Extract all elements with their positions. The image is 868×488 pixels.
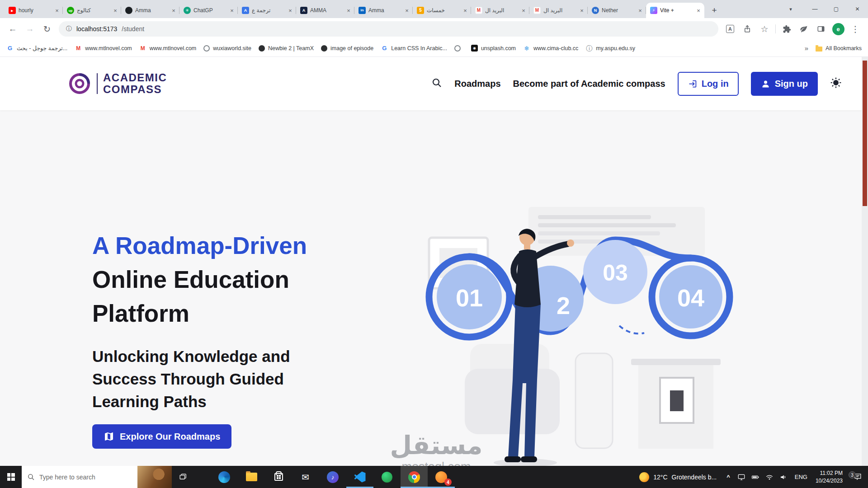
nav-roadmaps-link[interactable]: Roadmaps — [454, 79, 500, 89]
nav-become-link[interactable]: Become part of Academic compass — [513, 79, 665, 89]
tab-close-icon[interactable]: × — [637, 7, 644, 14]
tab-gmail-2[interactable]: M البريد ال × — [529, 3, 588, 18]
monitor-tray-icon[interactable] — [737, 473, 745, 481]
site-info-icon[interactable]: ⓘ — [66, 25, 72, 33]
chrome-app-button[interactable] — [401, 466, 428, 488]
tab-nether[interactable]: N Nether × — [588, 3, 646, 18]
taskbar-search[interactable]: Type here to search — [22, 466, 172, 488]
bookmark-wuxiaworld[interactable]: wuxiaworld.site — [203, 45, 251, 52]
action-center-button[interactable]: 3 — [847, 473, 868, 481]
tab-close-icon[interactable]: × — [170, 7, 177, 14]
media-app-button[interactable]: ♪ — [319, 466, 346, 488]
mail-app-button[interactable]: ✉ — [292, 466, 319, 488]
edge-app-button[interactable] — [211, 466, 238, 488]
bookmark-star-icon[interactable]: ☆ — [756, 21, 773, 37]
tab-chatgpt[interactable]: ✳ ChatGP × — [179, 3, 238, 18]
window-minimize-button[interactable]: — — [804, 0, 826, 18]
wifi-tray-icon[interactable] — [765, 473, 774, 481]
back-icon[interactable]: ← — [5, 21, 21, 37]
tab-github-amma[interactable]: Amma × — [121, 3, 179, 18]
tab-hourly[interactable]: ▶ hourly × — [5, 3, 63, 18]
music-icon: ♪ — [327, 471, 339, 483]
bookmark-google-translate[interactable]: Gترجمة جوجل - بحث... — [6, 45, 67, 52]
volume-tray-icon[interactable] — [779, 473, 788, 481]
bookmark-unnamed-globe[interactable] — [454, 45, 464, 52]
globe-favicon — [203, 45, 210, 52]
taskbar-clock[interactable]: 11:02 PM 10/24/2023 — [811, 469, 847, 485]
orange-app-button[interactable]: 4 — [428, 466, 455, 488]
browser-menu-kebab-icon[interactable]: ⋮ — [847, 21, 863, 37]
tab-close-icon[interactable]: × — [112, 7, 119, 14]
m-favicon: M — [75, 45, 82, 52]
folder-icon — [816, 47, 822, 52]
vscode-icon — [354, 471, 366, 483]
tab-close-icon[interactable]: × — [695, 7, 702, 14]
window-close-button[interactable]: ✕ — [847, 0, 868, 18]
search-highlight-image[interactable] — [137, 466, 172, 488]
bookmark-newbie-teamx[interactable]: Newbie 2 | TeamX — [259, 45, 314, 52]
bookmark-mtlnovel-1[interactable]: Mwww.mtlnovel.com — [75, 45, 132, 52]
language-indicator[interactable]: ENG — [791, 474, 811, 480]
tab-amma-site[interactable]: A AMMA × — [296, 3, 354, 18]
tab-gmail-1[interactable]: M البريد ال × — [471, 3, 529, 18]
window-maximize-button[interactable]: ▢ — [826, 0, 847, 18]
tray-expand-chevron[interactable]: ^ — [723, 474, 734, 480]
tab-close-icon[interactable]: × — [228, 7, 236, 14]
bookmark-learn-css-arabic[interactable]: GLearn CSS In Arabic... — [381, 45, 447, 52]
weather-widget[interactable]: 12°C Grotendeels b... — [633, 472, 723, 482]
login-button[interactable]: Log in — [678, 72, 739, 96]
greenshot-app-button[interactable] — [373, 466, 401, 488]
forward-icon[interactable]: → — [22, 21, 38, 37]
bookmark-image-of-episode[interactable]: image of episode — [321, 45, 373, 52]
tab-khamsat[interactable]: 5 خمسات × — [413, 3, 471, 18]
address-bar[interactable]: ⓘ localhost:5173/student — [59, 21, 718, 37]
extensions-puzzle-icon[interactable] — [778, 21, 795, 37]
task-view-button[interactable] — [172, 466, 193, 488]
all-bookmarks-button[interactable]: All Bookmarks — [816, 45, 862, 52]
tab-close-icon[interactable]: × — [53, 7, 61, 14]
youtube-favicon: ▶ — [9, 7, 16, 14]
clock-date: 10/24/2023 — [816, 477, 843, 485]
tab-close-icon[interactable]: × — [403, 7, 410, 14]
explore-roadmaps-button[interactable]: Explore Our Roadmaps — [92, 424, 231, 449]
tab-close-icon[interactable]: × — [287, 7, 294, 14]
action-center-badge: 3 — [849, 471, 856, 479]
profile-avatar[interactable]: e — [830, 21, 846, 37]
battery-tray-icon[interactable] — [751, 473, 760, 481]
bookmark-aspu[interactable]: ⓘmy.aspu.edu.sy — [585, 45, 635, 52]
start-button[interactable] — [0, 466, 22, 488]
tab-close-icon[interactable]: × — [578, 7, 585, 14]
search-icon[interactable] — [431, 77, 442, 90]
tab-search-chevron-icon[interactable]: ▾ — [785, 4, 797, 14]
weather-desc: Grotendeels b... — [672, 474, 717, 481]
tab-translate[interactable]: A ترجمة ع × — [238, 3, 296, 18]
new-tab-button[interactable]: + — [708, 4, 721, 17]
share-icon[interactable] — [739, 21, 755, 37]
scrollbar-thumb[interactable] — [863, 61, 867, 206]
bookmark-unsplash[interactable]: ◉unsplash.com — [471, 45, 516, 52]
tab-close-icon[interactable]: × — [520, 7, 527, 14]
tab-title: كتالوج — [77, 7, 109, 14]
reload-icon[interactable]: ↻ — [39, 21, 55, 37]
theme-toggle-sun-icon[interactable] — [830, 77, 842, 91]
tab-catalog[interactable]: up كتالوج × — [63, 3, 121, 18]
google-favicon: G — [6, 45, 14, 52]
store-app-button[interactable] — [265, 466, 292, 488]
battery-saver-leaf-icon[interactable] — [796, 21, 812, 37]
clock-time: 11:02 PM — [816, 469, 843, 477]
side-panel-icon[interactable] — [813, 21, 829, 37]
bookmarks-overflow-chevron[interactable]: » — [805, 44, 808, 52]
tab-close-icon[interactable]: × — [345, 7, 352, 14]
tab-linkedin[interactable]: in Amma × — [354, 3, 413, 18]
file-explorer-app-button[interactable] — [238, 466, 265, 488]
page-scrollbar[interactable] — [862, 57, 868, 466]
translate-icon[interactable]: A — [722, 21, 738, 37]
vscode-app-button[interactable] — [346, 466, 373, 488]
site-logo[interactable]: ACADEMIC COMPASS — [68, 72, 167, 95]
signup-button[interactable]: Sign up — [751, 72, 818, 96]
bookmark-mtlnovel-2[interactable]: Mwww.mtlnovel.com — [139, 45, 197, 52]
tab-title: خمسات — [427, 7, 459, 14]
tab-vite-active[interactable]: ⚡ Vite + × — [646, 3, 704, 18]
tab-close-icon[interactable]: × — [462, 7, 469, 14]
bookmark-cima-club[interactable]: ❄www.cima-club.cc — [523, 45, 578, 52]
